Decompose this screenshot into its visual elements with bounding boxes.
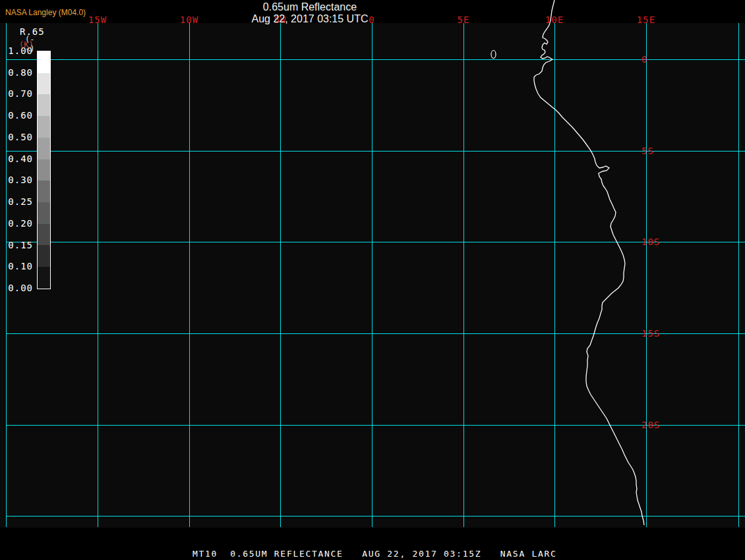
colorbar-tick: 0.50: [3, 132, 33, 142]
colorbar-tick: 0.80: [3, 67, 33, 78]
colorbar-tick: 0.60: [3, 110, 33, 121]
grid-meridian: [463, 23, 464, 527]
latitude-label: 20S: [641, 420, 660, 430]
colorbar-segment: [38, 138, 50, 159]
latitude-label: 0: [641, 54, 647, 65]
timestamp-subtitle: Aug 22, 2017 03:15 UTC: [0, 13, 620, 25]
grid-parallel: [6, 242, 745, 242]
grid-parallel: [6, 59, 745, 60]
colorbar-tick: 0.40: [3, 154, 33, 164]
colorbar-segment: [38, 159, 50, 181]
grid-parallel: [6, 425, 745, 426]
colorbar-tick: 1.00: [3, 45, 33, 56]
grid-meridian: [280, 23, 281, 527]
grid-parallel: [6, 516, 745, 517]
page-title: 0.65um Reflectance: [0, 1, 620, 13]
colorbar-tick: 0.00: [3, 283, 33, 293]
latitude-label: 10S: [641, 237, 660, 247]
colorbar-segment: [38, 94, 50, 116]
colorbar-tick: 0.30: [3, 175, 33, 185]
colorbar-segment: [38, 116, 50, 138]
latitude-label: 15S: [641, 328, 660, 339]
latitude-label: 5S: [641, 146, 654, 156]
colorbar-segment: [38, 224, 50, 246]
grid-meridian: [372, 23, 372, 527]
grid-meridian: [738, 23, 739, 527]
grid-meridian: [646, 23, 647, 527]
grid-meridian: [98, 23, 98, 527]
colorbar-segment: [38, 73, 50, 95]
footer-status-bar: MT10 0.65UM REFLECTANCE AUG 22, 2017 03:…: [193, 549, 557, 559]
longitude-label: 15E: [626, 14, 666, 25]
colorbar-tick: 0.15: [3, 240, 33, 250]
colorbar-segment: [38, 202, 50, 224]
colorbar-tick: 0.10: [3, 261, 33, 271]
colorbar-bar: [37, 51, 51, 289]
grid-meridian: [189, 23, 190, 527]
colorbar-segment: [38, 267, 50, 289]
colorbar-segment: [38, 181, 50, 202]
colorbar-tick: 0.70: [3, 88, 33, 99]
grid-meridian: [554, 23, 555, 527]
colorbar-tick: 0.20: [3, 218, 33, 229]
colorbar-tick: 0.25: [3, 196, 33, 207]
grid-parallel: [6, 151, 745, 152]
colorbar-segment: [38, 245, 50, 267]
colorbar-segment: [38, 51, 50, 73]
latlon-grid: [0, 0, 745, 560]
grid-parallel: [6, 333, 745, 334]
